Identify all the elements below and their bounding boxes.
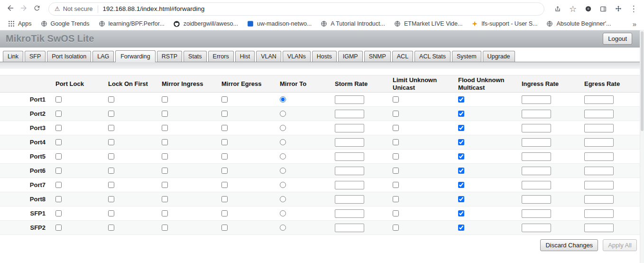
limit-unknown-unicast-checkbox[interactable]: [393, 196, 399, 202]
mirror-ingress-checkbox[interactable]: [162, 168, 168, 174]
ingress-rate-input[interactable]: [522, 152, 551, 161]
mirror-to-radio[interactable]: [280, 168, 286, 174]
ingress-rate-input[interactable]: [522, 209, 551, 218]
move-extension-icon[interactable]: [612, 2, 625, 16]
storm-rate-input[interactable]: [335, 224, 364, 232]
port-lock-checkbox[interactable]: [55, 210, 62, 216]
port-lock-checkbox[interactable]: [55, 96, 62, 103]
flood-unknown-multicast-checkbox[interactable]: [458, 210, 464, 216]
bookmark-item[interactable]: Apps: [4, 19, 36, 29]
limit-unknown-unicast-checkbox[interactable]: [393, 153, 399, 160]
flood-unknown-multicast-checkbox[interactable]: [458, 196, 464, 202]
logout-button[interactable]: Logout: [603, 33, 632, 45]
mirror-egress-checkbox[interactable]: [221, 96, 228, 103]
mirror-egress-checkbox[interactable]: [221, 210, 228, 216]
tab-port-isolation[interactable]: Port Isolation: [47, 51, 91, 62]
lock-on-first-checkbox[interactable]: [108, 168, 114, 174]
limit-unknown-unicast-checkbox[interactable]: [393, 210, 399, 216]
port-lock-checkbox[interactable]: [55, 182, 62, 188]
mirror-egress-checkbox[interactable]: [221, 139, 228, 145]
mirror-to-radio[interactable]: [280, 96, 286, 103]
egress-rate-input[interactable]: [584, 124, 614, 132]
tab-acl-stats[interactable]: ACL Stats: [414, 51, 451, 62]
tab-vlan[interactable]: VLAN: [256, 51, 281, 62]
mirror-egress-checkbox[interactable]: [221, 125, 228, 131]
refresh-button[interactable]: [30, 2, 44, 16]
egress-rate-input[interactable]: [584, 110, 614, 118]
bookmark-item[interactable]: Absolute Beginner'...: [542, 19, 615, 29]
ingress-rate-input[interactable]: [522, 195, 551, 204]
scrollbar-thumb[interactable]: [641, 31, 644, 131]
bookmark-item[interactable]: lfs-support - User S...: [467, 19, 541, 29]
flood-unknown-multicast-checkbox[interactable]: [458, 182, 464, 188]
tab-hosts[interactable]: Hosts: [312, 51, 337, 62]
mirror-ingress-checkbox[interactable]: [162, 96, 168, 103]
mirror-to-radio[interactable]: [280, 210, 286, 216]
ingress-rate-input[interactable]: [522, 95, 551, 104]
ingress-rate-input[interactable]: [522, 110, 551, 118]
tab-vlans[interactable]: VLANs: [283, 51, 311, 62]
port-lock-checkbox[interactable]: [55, 225, 62, 231]
mirror-to-radio[interactable]: [280, 182, 286, 188]
mirror-to-radio[interactable]: [280, 225, 286, 231]
share-icon[interactable]: [551, 2, 564, 16]
tab-forwarding[interactable]: Forwarding: [115, 50, 156, 62]
port-lock-checkbox[interactable]: [55, 196, 62, 202]
page-scrollbar[interactable]: [640, 30, 644, 263]
bookmark-item[interactable]: zoidbergwill/aweso...: [169, 19, 242, 29]
side-panel-icon[interactable]: [597, 2, 610, 16]
tab-errors[interactable]: Errors: [208, 51, 234, 62]
apply-all-button[interactable]: Apply All: [603, 239, 637, 251]
egress-rate-input[interactable]: [584, 181, 614, 189]
mirror-to-radio[interactable]: [280, 196, 286, 202]
flood-unknown-multicast-checkbox[interactable]: [458, 153, 464, 160]
lock-on-first-checkbox[interactable]: [108, 125, 114, 131]
bookmark-item[interactable]: ETMarket LIVE Vide...: [390, 19, 466, 29]
bookmark-item[interactable]: uw-madison-netwo...: [243, 19, 315, 29]
ingress-rate-input[interactable]: [522, 167, 551, 175]
bookmark-item[interactable]: learning/BPF.Perfor...: [94, 19, 168, 29]
flood-unknown-multicast-checkbox[interactable]: [458, 96, 464, 103]
port-lock-checkbox[interactable]: [55, 125, 62, 131]
limit-unknown-unicast-checkbox[interactable]: [393, 96, 399, 103]
storm-rate-input[interactable]: [335, 124, 364, 132]
mirror-egress-checkbox[interactable]: [221, 182, 228, 188]
tab-rstp[interactable]: RSTP: [157, 51, 182, 62]
ingress-rate-input[interactable]: [522, 224, 551, 232]
lock-on-first-checkbox[interactable]: [108, 139, 114, 145]
storm-rate-input[interactable]: [335, 195, 364, 204]
bookmark-item[interactable]: A Tutorial Introduct...: [316, 19, 389, 29]
limit-unknown-unicast-checkbox[interactable]: [393, 125, 399, 131]
egress-rate-input[interactable]: [584, 224, 614, 232]
forward-button[interactable]: [17, 2, 30, 16]
menu-kebab-icon[interactable]: ⋮: [627, 2, 640, 16]
port-lock-checkbox[interactable]: [55, 139, 62, 145]
mirror-ingress-checkbox[interactable]: [162, 139, 168, 145]
lock-on-first-checkbox[interactable]: [108, 225, 114, 231]
mirror-to-radio[interactable]: [280, 153, 286, 160]
limit-unknown-unicast-checkbox[interactable]: [393, 139, 399, 145]
mirror-egress-checkbox[interactable]: [221, 225, 228, 231]
extension-icon[interactable]: [581, 2, 595, 16]
limit-unknown-unicast-checkbox[interactable]: [393, 111, 399, 117]
mirror-egress-checkbox[interactable]: [221, 111, 228, 117]
egress-rate-input[interactable]: [584, 195, 614, 204]
port-lock-checkbox[interactable]: [55, 153, 62, 160]
lock-on-first-checkbox[interactable]: [108, 196, 114, 202]
mirror-ingress-checkbox[interactable]: [162, 111, 168, 117]
flood-unknown-multicast-checkbox[interactable]: [458, 225, 464, 231]
tab-hist[interactable]: Hist: [235, 51, 255, 62]
tab-igmp[interactable]: IGMP: [338, 51, 363, 62]
flood-unknown-multicast-checkbox[interactable]: [458, 168, 464, 174]
mirror-egress-checkbox[interactable]: [221, 196, 228, 202]
mirror-ingress-checkbox[interactable]: [162, 210, 168, 216]
tab-system[interactable]: System: [452, 51, 481, 62]
port-lock-checkbox[interactable]: [55, 111, 62, 117]
ingress-rate-input[interactable]: [522, 124, 551, 132]
tab-acl[interactable]: ACL: [392, 51, 413, 62]
egress-rate-input[interactable]: [584, 152, 614, 161]
limit-unknown-unicast-checkbox[interactable]: [393, 225, 399, 231]
flood-unknown-multicast-checkbox[interactable]: [458, 111, 464, 117]
mirror-to-radio[interactable]: [280, 139, 286, 145]
storm-rate-input[interactable]: [335, 181, 364, 189]
